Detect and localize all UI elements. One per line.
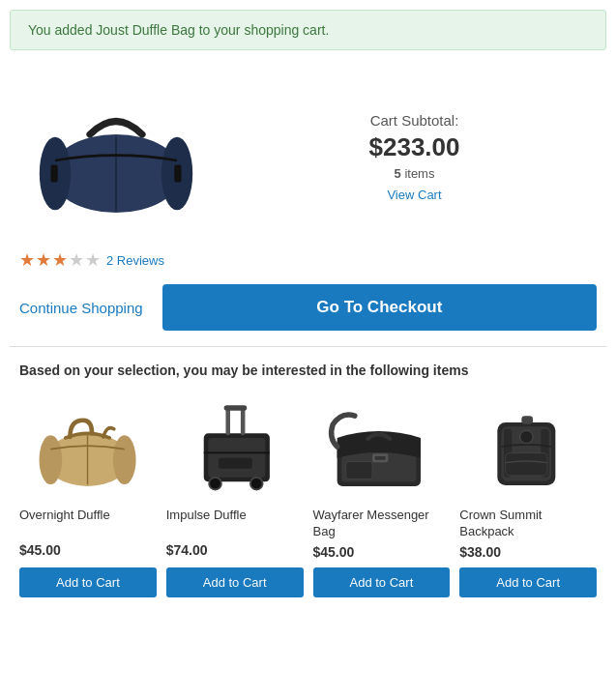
svg-point-8 bbox=[113, 435, 136, 484]
recommendations-grid: Overnight Duffle $45.00 Add to Cart bbox=[19, 393, 597, 597]
product-price-2: $45.00 bbox=[313, 544, 451, 560]
product-image-overnight bbox=[19, 393, 157, 500]
product-name-1: Impulse Duffle bbox=[166, 508, 304, 538]
svg-rect-11 bbox=[208, 438, 265, 478]
add-to-cart-button-1[interactable]: Add to Cart bbox=[166, 567, 304, 597]
star-3: ★ bbox=[52, 249, 68, 271]
product-card-3: Crown Summit Backpack $38.00 Add to Cart bbox=[459, 393, 597, 597]
star-5: ★ bbox=[85, 249, 101, 271]
view-cart-link[interactable]: View Cart bbox=[387, 188, 441, 202]
action-buttons: Continue Shopping Go To Checkout bbox=[0, 280, 616, 346]
product-name-3: Crown Summit Backpack bbox=[459, 508, 597, 540]
recommendations-title: Based on your selection, you may be inte… bbox=[19, 363, 597, 378]
product-price-1: $74.00 bbox=[166, 542, 304, 558]
svg-rect-5 bbox=[174, 165, 181, 183]
cart-info: Cart Subtotal: $233.00 5 items View Cart bbox=[232, 102, 597, 202]
svg-rect-4 bbox=[51, 165, 58, 183]
product-name-0: Overnight Duffle bbox=[19, 508, 157, 538]
product-price-0: $45.00 bbox=[19, 542, 157, 558]
svg-rect-29 bbox=[506, 453, 547, 476]
recommendations-section: Based on your selection, you may be inte… bbox=[0, 347, 616, 613]
svg-point-30 bbox=[520, 430, 533, 443]
svg-point-7 bbox=[40, 435, 63, 484]
product-card-1: Impulse Duffle $74.00 Add to Cart bbox=[166, 393, 304, 597]
product-image-impulse bbox=[166, 393, 304, 500]
product-card-2: Wayfarer Messenger Bag $45.00 Add to Car… bbox=[313, 393, 451, 597]
cart-items-label: items bbox=[404, 166, 434, 181]
svg-rect-18 bbox=[219, 458, 252, 469]
product-image-wayfarer bbox=[313, 393, 451, 500]
svg-rect-26 bbox=[521, 416, 533, 423]
go-to-checkout-button[interactable]: Go To Checkout bbox=[162, 284, 597, 331]
star-2: ★ bbox=[36, 249, 51, 271]
success-message: You added Joust Duffle Bag to your shopp… bbox=[28, 22, 329, 38]
add-to-cart-button-2[interactable]: Add to Cart bbox=[313, 567, 451, 597]
cart-items-count: 5 items bbox=[232, 166, 597, 181]
view-cart-container: View Cart bbox=[232, 187, 597, 202]
svg-rect-22 bbox=[375, 456, 386, 460]
product-price-3: $38.00 bbox=[459, 544, 597, 560]
impulse-duffle-image bbox=[182, 398, 287, 495]
add-to-cart-button-0[interactable]: Add to Cart bbox=[19, 567, 157, 597]
reviews-link[interactable]: 2 Reviews bbox=[106, 253, 164, 268]
product-card-0: Overnight Duffle $45.00 Add to Cart bbox=[19, 393, 157, 597]
cart-summary-section: Cart Subtotal: $233.00 5 items View Cart bbox=[0, 60, 616, 244]
crown-backpack-image bbox=[480, 398, 576, 495]
product-image-container bbox=[19, 70, 213, 234]
add-to-cart-button-3[interactable]: Add to Cart bbox=[459, 567, 597, 597]
cart-subtotal-amount: $233.00 bbox=[232, 132, 597, 162]
star-4: ★ bbox=[69, 249, 84, 271]
reviews-label: Reviews bbox=[117, 253, 164, 268]
svg-rect-14 bbox=[226, 407, 231, 435]
success-banner: You added Joust Duffle Bag to your shopp… bbox=[10, 10, 606, 50]
product-image-crown bbox=[459, 393, 597, 500]
product-image bbox=[29, 79, 203, 224]
svg-rect-23 bbox=[346, 461, 372, 479]
svg-point-13 bbox=[250, 478, 263, 490]
star-rating: ★ ★ ★ ★ ★ bbox=[19, 249, 101, 271]
cart-subtotal-label: Cart Subtotal: bbox=[232, 112, 597, 129]
continue-shopping-button[interactable]: Continue Shopping bbox=[19, 290, 143, 326]
svg-rect-15 bbox=[241, 407, 246, 435]
stars-reviews: ★ ★ ★ ★ ★ 2 Reviews bbox=[0, 244, 616, 280]
product-name-2: Wayfarer Messenger Bag bbox=[313, 508, 451, 540]
cart-items-number: 5 bbox=[395, 166, 401, 181]
reviews-count: 2 bbox=[106, 253, 113, 268]
star-1: ★ bbox=[19, 249, 35, 271]
svg-rect-16 bbox=[224, 405, 248, 410]
svg-point-12 bbox=[209, 478, 221, 490]
overnight-duffle-image bbox=[35, 398, 140, 495]
wayfarer-messenger-image bbox=[324, 398, 438, 495]
